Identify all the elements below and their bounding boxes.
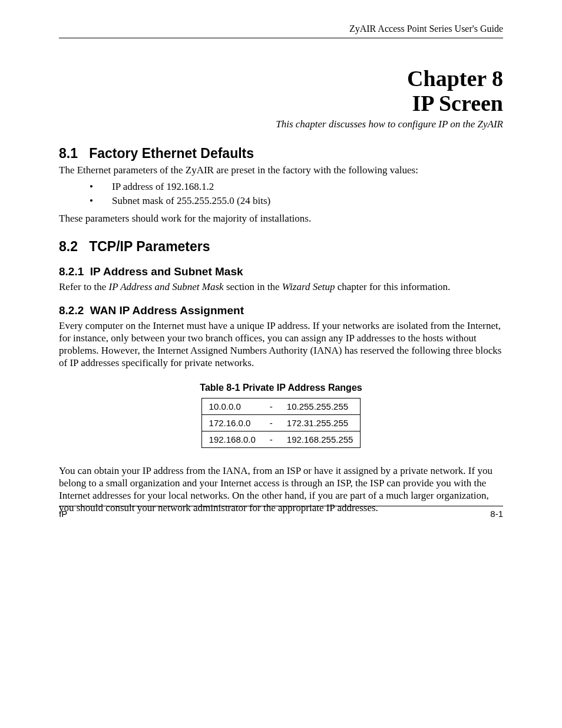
- body-text: Every computer on the Internet must have…: [59, 319, 503, 370]
- chapter-name: IP Screen: [59, 91, 503, 116]
- range-start: 172.16.0.0: [201, 414, 263, 431]
- italic-text: IP Address and Subnet Mask: [109, 281, 224, 292]
- text-fragment: section in the: [224, 281, 282, 292]
- chapter-number: Chapter 8: [59, 67, 503, 91]
- range-dash: -: [263, 414, 280, 431]
- running-header: ZyAIR Access Point Series User's Guide: [59, 24, 503, 38]
- section-number: 8.2: [59, 239, 78, 254]
- section-title: Factory Ethernet Defaults: [89, 146, 254, 161]
- list-item: IP address of 192.168.1.2: [59, 180, 503, 195]
- subsection-number: 8.2.2: [59, 304, 84, 317]
- body-text: These parameters should work for the maj…: [59, 212, 503, 225]
- range-end: 192.168.255.255: [280, 431, 361, 447]
- range-dash: -: [263, 431, 280, 447]
- italic-text: Wizard Setup: [282, 281, 335, 292]
- range-dash: -: [263, 398, 280, 414]
- body-text: The Ethernet parameters of the ZyAIR are…: [59, 164, 503, 176]
- subsection-title: WAN IP Address Assignment: [90, 304, 244, 317]
- section-heading-8-1: 8.1 Factory Ethernet Defaults: [59, 146, 503, 162]
- subsection-heading-8-2-2: 8.2.2 WAN IP Address Assignment: [59, 304, 503, 317]
- bullet-list: IP address of 192.168.1.2 Subnet mask of…: [59, 180, 503, 209]
- range-end: 172.31.255.255: [280, 414, 361, 431]
- subsection-number: 8.2.1: [59, 265, 84, 278]
- page-footer: IP 8-1: [59, 506, 503, 519]
- section-heading-8-2: 8.2 TCP/IP Parameters: [59, 239, 503, 255]
- chapter-title-block: Chapter 8 IP Screen: [59, 67, 503, 116]
- range-start: 10.0.0.0: [201, 398, 263, 414]
- chapter-subtitle: This chapter discusses how to configure …: [59, 118, 503, 130]
- subsection-title: IP Address and Subnet Mask: [90, 265, 243, 278]
- section-number: 8.1: [59, 146, 78, 161]
- table-row: 10.0.0.0 - 10.255.255.255: [201, 398, 361, 414]
- list-item: Subnet mask of 255.255.255.0 (24 bits): [59, 194, 503, 209]
- range-end: 10.255.255.255: [280, 398, 361, 414]
- ip-ranges-table: 10.0.0.0 - 10.255.255.255 172.16.0.0 - 1…: [201, 398, 361, 448]
- text-fragment: chapter for this information.: [335, 281, 450, 292]
- footer-right: 8-1: [490, 509, 503, 519]
- section-title: TCP/IP Parameters: [89, 239, 210, 254]
- range-start: 192.168.0.0: [201, 431, 263, 447]
- table-row: 172.16.0.0 - 172.31.255.255: [201, 414, 361, 431]
- table-caption: Table 8-1 Private IP Address Ranges: [59, 383, 503, 393]
- subsection-heading-8-2-1: 8.2.1 IP Address and Subnet Mask: [59, 265, 503, 278]
- body-text: Refer to the IP Address and Subnet Mask …: [59, 281, 503, 293]
- text-fragment: Refer to the: [59, 281, 109, 292]
- table-row: 192.168.0.0 - 192.168.255.255: [201, 431, 361, 447]
- footer-left: IP: [59, 509, 67, 519]
